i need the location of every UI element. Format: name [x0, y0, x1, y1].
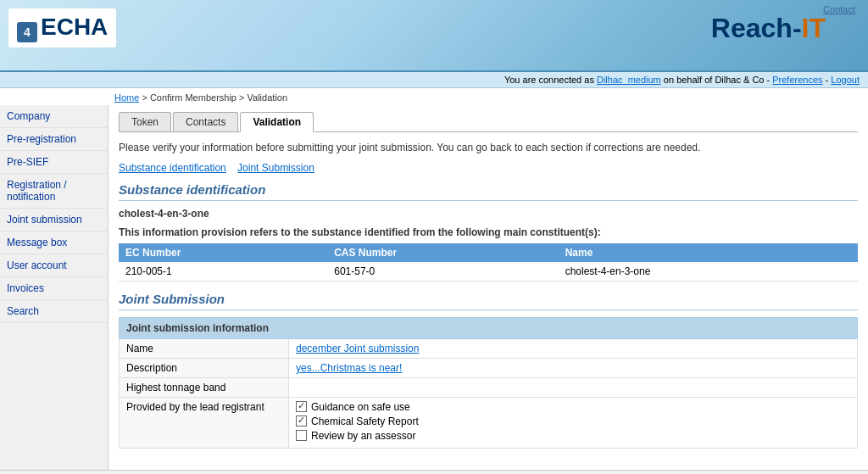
sidebar-item-search[interactable]: Search — [0, 300, 108, 323]
tabs: Token Contacts Validation — [119, 112, 858, 132]
col-name: Name — [559, 243, 858, 262]
checkbox-csr: Chemical Safety Report — [296, 415, 850, 427]
sidebar-item-jointsubmission[interactable]: Joint submission — [0, 209, 108, 231]
preferences-link[interactable]: Preferences — [772, 75, 822, 85]
table-row: Description yes...Christmas is near! — [120, 358, 858, 377]
username-link[interactable]: Dilhac_medium — [597, 75, 661, 85]
logo-icon: 4 — [17, 22, 37, 42]
link-joint-submission[interactable]: Joint Submission — [237, 162, 314, 174]
name-link[interactable]: december Joint submission — [296, 343, 419, 354]
contact-link[interactable]: Contact — [823, 4, 855, 14]
logout-link[interactable]: Logout — [831, 75, 860, 85]
checkbox-review-label: Review by an assessor — [311, 430, 415, 442]
reach-it-logo: Reach-IT — [711, 13, 826, 44]
tab-validation[interactable]: Validation — [240, 112, 314, 132]
cas-number-cell: 601-57-0 — [327, 262, 558, 282]
user-bar-middle: on behalf of Dilhac & Co - — [661, 75, 772, 85]
footer-buttons: Confirm membership Cancel — [0, 470, 868, 474]
checkbox-guidance-label: Guidance on safe use — [311, 401, 410, 413]
sidebar-item-preregistration[interactable]: Pre-registration — [0, 128, 108, 151]
logo-text: ECHA — [41, 14, 108, 40]
row-label-provided: Provided by the lead registrant — [120, 397, 289, 448]
row-value-checkboxes: Guidance on safe use Chemical Safety Rep… — [289, 397, 858, 448]
breadcrumb-home[interactable]: Home — [114, 92, 139, 103]
sidebar-item-messagebox[interactable]: Message box — [0, 231, 108, 254]
sidebar-item-useraccount[interactable]: User account — [0, 254, 108, 277]
tab-contacts[interactable]: Contacts — [173, 112, 238, 131]
breadcrumb-current: Validation — [248, 92, 288, 103]
tab-token[interactable]: Token — [119, 112, 171, 131]
joint-submission-section-header: Joint Submission — [119, 292, 858, 310]
substance-section-header: Substance identification — [119, 182, 858, 201]
description-link[interactable]: yes...Christmas is near! — [296, 362, 402, 374]
row-value-name: december Joint submission — [289, 338, 858, 358]
breadcrumb: Home > Confirm Membership > Validation — [0, 88, 868, 105]
table-row: Highest tonnage band — [120, 377, 858, 397]
col-ec-number: EC Number — [119, 243, 327, 262]
section-links: Substance identification Joint Submissio… — [119, 162, 858, 174]
row-label-tonnage: Highest tonnage band — [120, 377, 289, 397]
sidebar-item-presief[interactable]: Pre-SIEF — [0, 151, 108, 174]
substance-name: cholest-4-en-3-one — [119, 208, 858, 220]
sidebar-item-invoices[interactable]: Invoices — [0, 277, 108, 300]
content: Token Contacts Validation Please verify … — [108, 105, 868, 470]
breadcrumb-confirm: Confirm Membership — [150, 92, 236, 103]
dash: - — [823, 75, 832, 85]
substance-name-cell: cholest-4-en-3-one — [559, 262, 858, 282]
row-label-description: Description — [120, 358, 289, 377]
row-label-name: Name — [120, 338, 289, 358]
breadcrumb-sep1: > — [139, 92, 150, 103]
sidebar-item-registration[interactable]: Registration /notification — [0, 174, 108, 209]
sidebar-item-company[interactable]: Company — [0, 105, 108, 128]
main-layout: Company Pre-registration Pre-SIEF Regist… — [0, 105, 868, 470]
checkbox-guidance-icon[interactable] — [296, 401, 307, 412]
header: Contact 4ECHA Reach-IT — [0, 0, 868, 72]
logo-area: 4ECHA — [8, 8, 116, 47]
substance-info-text: This information provision refers to the… — [119, 226, 858, 238]
sidebar: Company Pre-registration Pre-SIEF Regist… — [0, 105, 108, 470]
row-value-tonnage — [289, 377, 858, 397]
checkbox-review: Review by an assessor — [296, 430, 850, 442]
checkbox-csr-icon[interactable] — [296, 415, 307, 427]
breadcrumb-sep2: > — [236, 92, 248, 103]
instruction-text: Please verify your information before su… — [119, 141, 858, 155]
joint-submission-table-header: Joint submission information — [120, 317, 858, 338]
ec-number-cell: 210-005-1 — [119, 262, 327, 282]
joint-submission-table: Joint submission information Name decemb… — [119, 317, 858, 449]
col-cas-number: CAS Number — [327, 243, 558, 262]
table-row: Name december Joint submission — [120, 338, 858, 358]
table-row: 210-005-1 601-57-0 cholest-4-en-3-one — [119, 262, 858, 282]
user-bar: You are connected as Dilhac_medium on be… — [0, 72, 868, 88]
row-value-description: yes...Christmas is near! — [289, 358, 858, 377]
checkbox-review-icon[interactable] — [296, 430, 307, 441]
user-bar-prefix: You are connected as — [504, 75, 597, 85]
substance-table: EC Number CAS Number Name 210-005-1 601-… — [119, 243, 858, 282]
table-row: Provided by the lead registrant Guidance… — [120, 397, 858, 448]
checkbox-guidance: Guidance on safe use — [296, 401, 850, 413]
link-substance-identification[interactable]: Substance identification — [119, 162, 226, 174]
checkbox-csr-label: Chemical Safety Report — [311, 415, 419, 427]
